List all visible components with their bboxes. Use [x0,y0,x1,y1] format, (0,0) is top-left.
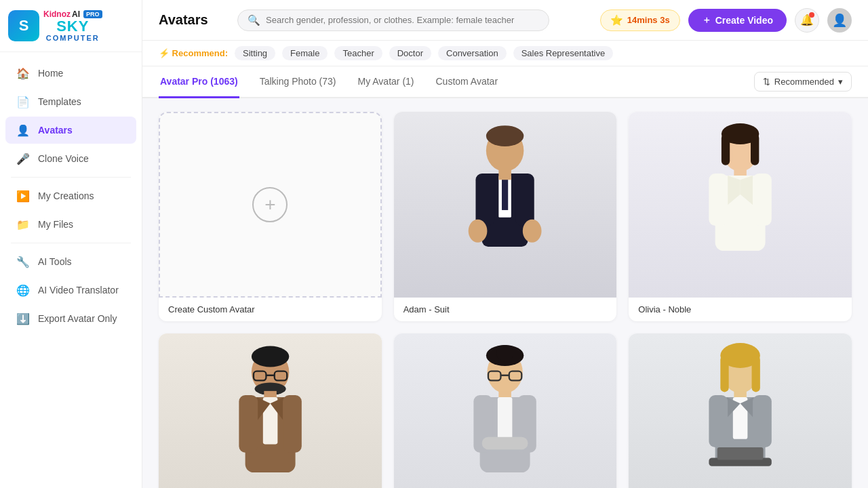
sidebar-item-my-files[interactable]: 📁 My Files [5,211,136,238]
nav-divider-2 [11,243,131,243]
nav-items: 🏠 Home 📄 Templates 👤 Avatars 🎤 Clone Voi… [0,52,142,488]
avatar-card-adam[interactable]: Adam - Suit [394,112,617,321]
sidebar-item-label-home: Home [38,68,63,79]
svg-rect-47 [720,355,728,392]
logo-badge: KidnozAI PRO SKY COMPUTER [43,9,102,42]
sidebar-item-label-ai-tools: AI Tools [38,256,72,267]
avatar-card-george[interactable]: George - Suit Side [159,333,382,488]
logo-icon: S [8,10,39,41]
avatar-img-george [159,333,382,488]
sidebar-item-ai-tools[interactable]: 🔧 AI Tools [5,248,136,275]
tag-teacher[interactable]: Teacher [334,46,382,60]
sidebar-item-export-avatar-only[interactable]: ⬇️ Export Avatar Only [5,305,136,332]
sort-icon: ⇅ [763,77,770,87]
svg-point-21 [252,346,289,367]
timer-label: 14mins 3s [627,15,670,25]
tab-talking-photo[interactable]: Talking Photo (73) [258,66,338,98]
sidebar-item-ai-video-translator[interactable]: 🌐 AI Video Translator [5,277,136,304]
sidebar-item-clone-voice[interactable]: 🎤 Clone Voice [5,145,136,172]
create-video-button[interactable]: ＋ Create Video [688,9,787,32]
search-input[interactable] [266,15,539,25]
tabs-row: Avatar Pro (1063) Talking Photo (73) My … [142,66,868,98]
templates-icon: 📄 [16,95,30,108]
svg-rect-18 [709,174,728,226]
svg-rect-19 [753,174,772,226]
sidebar-item-label-my-files: My Files [38,219,73,230]
svg-rect-54 [709,395,728,447]
sort-button[interactable]: ⇅ Recommended ▾ [754,72,852,92]
logo-sky-text: SKY [56,19,89,34]
create-custom-avatar-card[interactable]: + Create Custom Avatar [159,112,382,321]
svg-point-8 [469,220,488,243]
create-custom-label: Create Custom Avatar [159,298,382,321]
page-title: Avatars [159,12,226,28]
nav-divider-1 [11,177,131,178]
svg-rect-31 [239,395,258,453]
clone-voice-icon: 🎤 [16,152,30,165]
notification-dot [809,12,814,18]
svg-rect-32 [283,395,302,453]
tab-custom-avatar[interactable]: Custom Avatar [435,66,500,98]
logo-computer-text: COMPUTER [46,34,100,42]
sort-control: ⇅ Recommended ▾ [754,72,852,92]
avatar-card-chloe[interactable]: Chloe - HR Manager [629,333,852,488]
recommend-bar: ⚡ Recommend: Sitting Female Teacher Doct… [142,41,868,66]
svg-rect-7 [499,169,511,180]
svg-point-9 [523,220,542,243]
svg-rect-6 [515,174,534,226]
sidebar-item-label-my-creations: My Creations [38,190,94,201]
logo-area: S KidnozAI PRO SKY COMPUTER [0,0,142,52]
tag-female[interactable]: Female [282,46,328,60]
timer-icon: ⭐ [610,14,623,26]
translator-icon: 🌐 [16,283,30,297]
create-btn-label: Create Video [715,15,773,26]
timer-button[interactable]: ⭐ 14mins 3s [600,9,680,31]
user-avatar-button[interactable]: 👤 [827,8,852,33]
ai-tools-icon: 🔧 [16,255,30,268]
recommend-label: ⚡ Recommend: [159,48,228,58]
tab-my-avatar[interactable]: My Avatar (1) [357,66,416,98]
tag-sitting[interactable]: Sitting [235,46,275,60]
svg-rect-4 [502,178,508,209]
export-icon: ⬇️ [16,312,30,325]
sidebar-item-avatars[interactable]: 👤 Avatars [5,117,136,144]
tag-doctor[interactable]: Doctor [389,46,431,60]
svg-rect-55 [753,395,772,447]
tag-sales-rep[interactable]: Sales Representative [513,46,614,60]
sort-label: Recommended [774,77,834,87]
creations-icon: ▶️ [16,189,30,203]
files-icon: 📁 [16,218,30,231]
svg-rect-44 [482,436,528,449]
sidebar-item-label-clone-voice: Clone Voice [38,153,89,164]
sidebar-item-my-creations[interactable]: ▶️ My Creations [5,182,136,209]
tab-avatar-pro[interactable]: Avatar Pro (1063) [159,66,239,98]
avatar-card-charlotte[interactable]: Charlotte - Professor [394,333,617,488]
svg-rect-12 [722,134,730,165]
sidebar-item-label-templates: Templates [38,96,81,107]
create-plus-icon: ＋ [702,14,711,26]
avatar-card-olivia[interactable]: Olivia - Noble [629,112,852,321]
header: Avatars 🔍 ⭐ 14mins 3s ＋ Create Video 🔔 👤 [142,0,868,41]
svg-point-1 [486,125,524,146]
sidebar: S KidnozAI PRO SKY COMPUTER 🏠 Home 📄 Tem… [0,0,142,488]
home-icon: 🏠 [16,66,30,80]
sidebar-item-label-avatars: Avatars [38,125,73,136]
content-area: + Create Custom Avatar [142,98,868,488]
tag-conversation[interactable]: Conversation [438,46,507,60]
sidebar-item-home[interactable]: 🏠 Home [5,60,136,87]
sidebar-item-label-export-avatar: Export Avatar Only [38,313,117,324]
svg-rect-13 [751,134,759,165]
create-custom-area: + [159,112,382,298]
header-right: ⭐ 14mins 3s ＋ Create Video 🔔 👤 [600,8,852,33]
avatar-img-olivia [629,112,852,298]
svg-point-35 [497,345,514,362]
search-box[interactable]: 🔍 [237,9,549,31]
avatar-label-olivia: Olivia - Noble [629,298,852,321]
search-icon: 🔍 [248,14,260,26]
avatar-label-adam: Adam - Suit [394,298,617,321]
sidebar-item-templates[interactable]: 📄 Templates [5,88,136,115]
user-icon: 👤 [832,13,847,28]
svg-rect-57 [717,447,764,460]
notification-button[interactable]: 🔔 [795,8,819,33]
avatars-icon: 👤 [16,123,30,137]
